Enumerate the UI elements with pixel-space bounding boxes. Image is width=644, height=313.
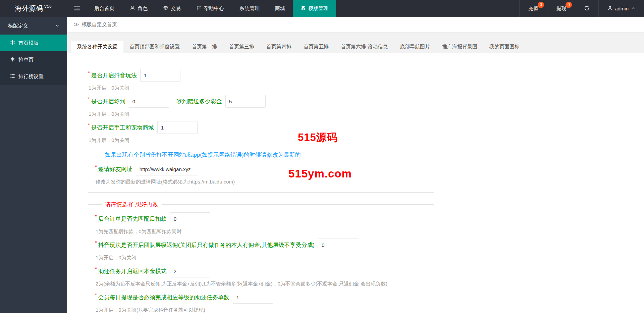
settings-tabstrip: 系统各种开关设置 首页顶部图和弹窗设置 首页第二排 首页第三排 首页第四排 首页… — [67, 41, 644, 53]
nav-item-shop[interactable]: 商城 — [267, 0, 293, 17]
layers-icon — [301, 5, 306, 12]
app-logo-text: 海外源码 — [15, 4, 43, 13]
tab-system-switches[interactable]: 系统各种开关设置 — [71, 41, 123, 53]
watermark-515-source: 515源码 — [298, 131, 338, 145]
asterisk-icon — [10, 40, 15, 46]
main-content: ≫ 模版自定义首页 系统各种开关设置 首页顶部图和弹窗设置 首页第二排 首页第三… — [67, 17, 644, 313]
field-team-commission: * 抖音玩法是否开启团队层级返佣(关闭后只有做任务的本人有佣金,其他层级不享受分… — [95, 239, 427, 251]
required-asterisk: * — [95, 292, 97, 298]
nav-item-trade[interactable]: 交易 — [155, 0, 189, 17]
tab-promo-poster-bg[interactable]: 推广海报背景图 — [436, 41, 483, 53]
breadcrumb-title: 模版自定义首页 — [82, 21, 117, 28]
team-commission-input[interactable] — [318, 239, 358, 251]
douyin-input[interactable] — [140, 69, 180, 82]
sidebar-group-template-define[interactable]: 模版定义 — [0, 17, 67, 35]
hamburger-icon — [73, 5, 80, 12]
principal-mode-help: 2为(余额为负不反本金只反佣,为正反本金+反佣),1为不管余额多少(返本金+佣金… — [96, 281, 427, 287]
signin-bonus-input[interactable] — [225, 95, 266, 108]
signin-bonus-label: 签到赠送多少彩金 — [176, 98, 222, 105]
careful-fieldset-legend: 请谨慎选择-想好再改 — [102, 201, 162, 208]
invite-url-label: 邀请好友网址 — [98, 165, 132, 173]
field-withdraw-task: * 会员每日提现是否必须完成相应等级的助还任务单数 — [95, 291, 427, 304]
user-menu[interactable]: admin — [598, 0, 644, 17]
sidebar-item-home-template[interactable]: 首页模版 — [0, 35, 67, 51]
required-asterisk: * — [95, 240, 97, 245]
principal-mode-label: 助还任务开启返回本金模式 — [98, 267, 167, 275]
withdraw-task-label: 会员每日提现是否必须完成相应等级的助还任务单数 — [98, 294, 229, 301]
sidebar-submenu: 首页模版 抢单页 排行榜设置 — [0, 35, 67, 85]
asterisk-icon — [10, 57, 15, 63]
tab-bottom-nav-images[interactable]: 底部导航图片 — [394, 41, 436, 53]
withdraw-task-help: 1为开启，0为关闭(只要完成抖音任务就可以提现) — [96, 307, 427, 313]
field-invite-url: * 邀请好友网址 — [95, 163, 427, 175]
douyin-label: 是否开启抖音玩法 — [91, 71, 137, 79]
match-deduct-input[interactable] — [170, 212, 210, 225]
nav-item-dashboard[interactable]: 后台首页 — [87, 0, 122, 17]
sidebar-item-grab-order-page[interactable]: 抢单页 — [0, 51, 67, 68]
team-commission-label: 抖音玩法是否开启团队层级返佣(关闭后只有做任务的本人有佣金,其他层级不享受分成) — [98, 241, 315, 249]
withdraw-task-input[interactable] — [233, 291, 273, 304]
tab-home-top-popup[interactable]: 首页顶部图和弹窗设置 — [123, 41, 186, 53]
principal-mode-input[interactable] — [170, 265, 210, 277]
double-chevron-icon: ≫ — [74, 21, 79, 28]
nav-item-templates[interactable]: 模版管理 — [293, 0, 336, 17]
tab-home-row3[interactable]: 首页第三排 — [223, 41, 260, 53]
required-asterisk: * — [88, 70, 90, 75]
required-asterisk: * — [88, 96, 90, 102]
team-commission-help: 1为开启，0为关闭 — [96, 255, 427, 261]
invite-url-fieldset: 如果出现有个别省份打不开网站或app(如提示网络错误)的时候请修改为最新的 * … — [88, 151, 434, 193]
top-nav-menu: 后台首页 角色 交易 帮助中心 系统管理 商城 模版管理 — [87, 0, 336, 17]
field-match-deduct: * 后台订单是否先匹配后扣款 — [95, 212, 427, 225]
careful-choice-fieldset: 请谨慎选择-想好再改 * 后台订单是否先匹配后扣款 1为先匹配后扣款，0为匹配和… — [88, 201, 434, 313]
invite-url-input[interactable] — [136, 163, 198, 175]
douyin-help: 1为开启，0为关闭 — [89, 85, 644, 91]
nav-item-roles[interactable]: 角色 — [122, 0, 155, 17]
app-logo: 海外源码 V10 — [0, 0, 67, 17]
app-version: V10 — [44, 4, 52, 8]
invite-fieldset-legend: 如果出现有个别省份打不开网站或app(如提示网络错误)的时候请修改为最新的 — [102, 151, 304, 159]
nav-item-help-center[interactable]: 帮助中心 — [189, 0, 232, 17]
refresh-icon — [584, 5, 590, 12]
nav-item-system[interactable]: 系统管理 — [232, 0, 267, 17]
user-name: admin — [615, 6, 629, 11]
mall-input[interactable] — [157, 121, 198, 134]
tab-home-row5[interactable]: 首页第五排 — [298, 41, 335, 53]
tab-home-row2[interactable]: 首页第二排 — [186, 41, 223, 53]
flag-icon — [196, 5, 202, 12]
recharge-button[interactable]: 充值 0 — [519, 0, 547, 17]
match-deduct-help: 1为先匹配后扣款，0为匹配和扣款同时 — [96, 228, 427, 235]
refresh-button[interactable] — [575, 0, 598, 17]
top-navbar: 海外源码 V10 后台首页 角色 交易 帮助中心 系统管理 商城 模版管理 充值 — [0, 0, 644, 17]
signin-input[interactable] — [129, 95, 169, 108]
required-asterisk: * — [95, 213, 97, 219]
required-asterisk: * — [95, 266, 97, 271]
field-mall: * 是否开启手工和宠物商城 — [88, 121, 644, 134]
field-signin: * 是否开启签到 签到赠送多少彩金 — [88, 95, 644, 108]
breadcrumb: ≫ 模版自定义首页 — [67, 17, 644, 32]
field-douyin: * 是否开启抖音玩法 — [88, 69, 644, 82]
invite-url-help: 修改为发你的最新的邀请网址(格式必须为:https://m.baidu.com) — [96, 179, 427, 185]
field-principal-mode: * 助还任务开启返回本金模式 — [95, 265, 427, 277]
sidebar-toggle-button[interactable] — [67, 0, 87, 17]
withdraw-badge: 0 — [566, 2, 572, 8]
signin-label: 是否开启签到 — [91, 98, 125, 105]
user-icon — [607, 6, 612, 12]
recharge-badge: 0 — [538, 2, 544, 8]
chevron-down-icon — [55, 23, 60, 29]
scales-icon — [163, 5, 168, 12]
settings-panel: 515源码 515ym.com * 是否开启抖音玩法 1为开启，0为关闭 * 是… — [67, 53, 644, 313]
tab-home-row4[interactable]: 首页第四排 — [260, 41, 298, 53]
required-asterisk: * — [95, 164, 97, 169]
tab-my-page-icons[interactable]: 我的页面图标 — [483, 41, 526, 53]
mall-help: 1为开启，0为关闭 — [89, 137, 644, 144]
sidebar-item-ranking-settings[interactable]: 排行榜设置 — [0, 68, 67, 85]
person-icon — [130, 5, 135, 12]
withdraw-button[interactable]: 提现 0 — [547, 0, 575, 17]
list-icon — [10, 73, 15, 80]
watermark-515ym: 515ym.com — [288, 167, 352, 180]
signin-help: 1为开启，0为关闭 — [89, 111, 644, 117]
required-asterisk: * — [88, 122, 90, 128]
match-deduct-label: 后台订单是否先匹配后扣款 — [98, 215, 167, 223]
tab-home-row6-scroll[interactable]: 首页第六排-滚动信息 — [335, 41, 394, 53]
chevron-up-icon — [631, 6, 635, 11]
